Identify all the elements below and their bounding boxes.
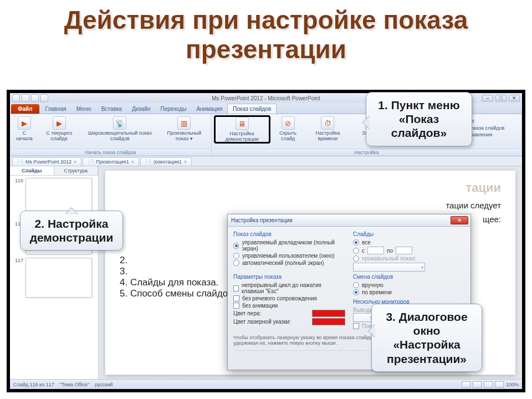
radio-custom-show: произвольный показ: [353,255,465,262]
slides-tab[interactable]: Слайды [10,166,54,175]
normal-view-button[interactable] [462,381,470,388]
tab-animation[interactable]: Анимация [191,104,227,114]
reading-view-button[interactable] [484,381,493,388]
from-spinner[interactable] [367,247,384,254]
custom-show-button[interactable]: ▥Произвольный показ ▾ [160,115,208,142]
slideshow-view-button[interactable] [495,381,504,388]
save-icon[interactable] [22,94,29,102]
group-slides: Слайды [353,231,465,237]
to-spinner[interactable] [396,247,412,254]
radio-all-slides[interactable]: все [353,239,465,245]
undo-icon[interactable] [31,94,39,102]
broadcast-icon: 📡 [113,116,126,130]
radio-window[interactable]: управляемый пользователем (окно) [233,253,345,259]
maximize-button[interactable]: □ [495,95,507,101]
ribbon-group-start-label: Начать показ слайдов [12,149,209,156]
tab-slideshow[interactable]: Показ слайдов [227,104,277,114]
tab-home[interactable]: Главная [40,104,71,114]
win-icon: 📄 [145,159,151,165]
hide-slide-icon: ⊘ [282,116,295,130]
callout-3: 3. Диалоговое окно «Настройка презентаци… [371,304,482,372]
dialog-close-button[interactable]: ✕ [451,216,468,224]
setup-slideshow-button[interactable]: 🖥Настройка демонстрации [214,115,270,144]
dialog-title-text: Настройка презентации [231,217,293,223]
from-current-button[interactable]: ▶С текущего слайда [38,115,80,142]
close-icon[interactable]: × [74,159,76,165]
language-indicator[interactable]: русский [95,382,112,387]
group-show-type: Показ слайдов [233,231,345,237]
slide-heading-fragment: тации [120,181,501,195]
close-button[interactable]: ✕ [509,95,520,101]
zoom-level[interactable]: 100% [506,382,519,387]
group-options: Параметры показа [233,274,345,280]
page-title: Действия при настройке показа презентаци… [0,6,532,64]
close-icon[interactable]: × [184,159,187,165]
sorter-view-button[interactable] [473,381,482,388]
minimize-button[interactable]: – [482,95,493,101]
win-icon: 📄 [17,159,23,165]
doc-tab-2[interactable]: 📄Презентация1× [83,157,139,166]
app-icon[interactable] [12,94,20,102]
outline-tab[interactable]: Структура [54,166,99,175]
tab-design[interactable]: Дизайн [127,104,156,114]
custom-show-combo [353,263,425,272]
clock-icon: ⏱ [321,116,334,130]
pen-color-label: Цвет пера: [233,310,261,316]
win-icon: 📄 [88,159,94,165]
close-icon[interactable]: × [131,159,134,165]
document-tabs: 📄Ms PowerPoint 2012× 📄Презентация1× 📄(ез… [10,156,522,166]
tab-transitions[interactable]: Переходы [156,104,192,114]
window-title: Ms PowerPoint 2012 - Microsoft PowerPoin… [212,95,320,101]
setup-icon: 🖥 [236,117,249,130]
radio-timings[interactable]: по времени [353,289,465,295]
thumb-number: 115 [12,178,23,183]
status-bar: Слайд 116 из 117 "Тема Office" русский 1… [10,379,522,389]
check-no-animation[interactable]: без анимации [233,303,345,309]
slide-text-fragment: тации следует [120,201,501,210]
play-icon: ▶ [18,116,31,130]
from-beginning-button[interactable]: ▶С начала [12,115,37,142]
redo-icon[interactable] [40,94,48,102]
slide-thumb-117[interactable] [25,258,92,298]
pen-color-picker[interactable] [312,310,345,317]
radio-range[interactable]: спо [353,247,465,254]
theme-name: "Тема Office" [60,382,89,387]
ribbon-group-setup-label: Настройка [214,149,519,156]
check-loop[interactable]: непрерывный цикл до нажатия клавиши "Esc… [233,282,345,294]
thumb-number: 117 [12,258,23,263]
broadcast-button[interactable]: 📡Широковещательный показ слайдов [82,115,158,142]
custom-show-icon: ▥ [177,116,191,130]
slide-position: Слайд 116 из 117 [13,382,54,387]
callout-1: 1. Пункт меню «Показ слайдов» [366,92,472,146]
radio-kiosk[interactable]: автоматический (полный экран) [233,260,345,266]
radio-manual[interactable]: вручную [353,282,465,288]
tab-insert[interactable]: Вставка [96,104,127,114]
dialog-titlebar[interactable]: Настройка презентации ✕ [228,214,470,227]
callout-2: 2. Настройка демонстрации [20,211,123,250]
slide-thumbnails-pane: Слайды Структура 115 1161. Производитель… [10,166,99,379]
radio-speaker[interactable]: управляемый докладчиком (полный экран) [233,239,345,252]
check-no-narration[interactable]: без речевого сопровождения [233,295,345,301]
tab-file[interactable]: Файл [11,104,39,114]
laser-color-picker[interactable] [312,318,345,325]
laser-color-label: Цвет лазерной указки: [233,319,291,325]
rehearse-button[interactable]: ⏱Настройка времени [306,115,350,144]
tab-menu[interactable]: Меню [71,104,96,114]
group-advance: Смена слайдов [353,274,465,280]
hide-slide-button[interactable]: ⊘Скрыть слайд [272,115,304,144]
doc-tab-3[interactable]: 📄(езентация1× [140,157,192,166]
doc-tab-1[interactable]: 📄Ms PowerPoint 2012× [12,157,81,166]
play-current-icon: ▶ [53,116,66,130]
